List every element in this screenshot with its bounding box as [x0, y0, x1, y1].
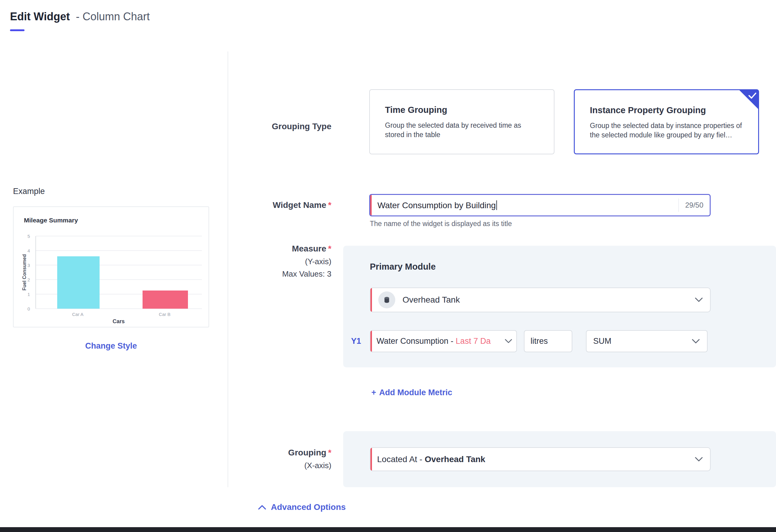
chevron-down-icon	[691, 339, 700, 344]
grouping-option-time[interactable]: Time Grouping Group the selected data by…	[369, 89, 555, 154]
required-asterisk: *	[328, 244, 332, 253]
instance-grouping-title: Instance Property Grouping	[590, 105, 706, 115]
required-asterisk: *	[328, 200, 332, 210]
metric-select[interactable]: Water Consumption - Last 7 Da	[370, 330, 517, 352]
widget-name-value: Water Consumption by Building	[377, 200, 678, 210]
text-cursor	[496, 200, 497, 210]
chart-bar-Car A	[57, 256, 100, 309]
primary-module-select[interactable]: Overhead Tank	[370, 288, 711, 312]
bottom-window-edge	[0, 527, 776, 532]
example-chart-yticks: 012345	[14, 236, 32, 309]
example-label: Example	[13, 187, 45, 196]
grouping-panel: Located At - Overhead Tank	[343, 431, 776, 487]
module-icon-circle	[378, 292, 395, 308]
instance-grouping-description: Group the selected data by instance prop…	[590, 121, 747, 140]
aggregation-select[interactable]: SUM	[586, 330, 708, 352]
chevron-up-icon	[258, 505, 266, 510]
tank-icon	[383, 296, 391, 304]
change-style-link[interactable]: Change Style	[13, 341, 209, 351]
y-tick-label: 1	[27, 292, 30, 297]
series-y1-label: Y1	[351, 330, 361, 352]
chevron-down-icon	[694, 298, 703, 302]
metric-date-range: Last 7 Da	[456, 337, 491, 346]
advanced-options-toggle[interactable]: Advanced Options	[258, 502, 346, 512]
check-icon	[748, 92, 757, 99]
add-module-metric-label: Add Module Metric	[379, 388, 452, 397]
example-chart-xticks: Car ACar B	[35, 312, 202, 318]
chevron-down-icon	[504, 339, 512, 343]
example-chart-card: Mileage Summary Fuel Consumed 012345 Car…	[13, 206, 209, 327]
widget-name-helper: The name of the widget is displayed as i…	[370, 220, 512, 228]
required-accent-bar	[370, 448, 372, 471]
unit-input[interactable]: litres	[524, 330, 572, 352]
gridline	[36, 236, 202, 236]
example-chart-plot	[35, 236, 202, 309]
grouping-option-instance-property[interactable]: Instance Property Grouping Group the sel…	[574, 89, 759, 154]
grouping-field-select[interactable]: Located At - Overhead Tank	[370, 447, 711, 471]
page-title-primary: Edit Widget	[10, 10, 70, 23]
x-tick-label: Car B	[159, 312, 170, 317]
y-tick-label: 5	[27, 234, 30, 238]
measure-max-values-note: Max Values: 3	[194, 269, 332, 279]
gridline	[36, 250, 202, 251]
grouping-axis-note: (X-axis)	[194, 461, 332, 470]
plus-icon: +	[371, 388, 376, 397]
grouping-field-value: Located At - Overhead Tank	[377, 455, 485, 464]
aggregation-value: SUM	[593, 337, 611, 346]
required-accent-bar	[370, 195, 372, 215]
page-title-secondary: - Column Chart	[76, 10, 150, 23]
x-tick-label: Car A	[72, 312, 83, 317]
required-accent-bar	[370, 331, 372, 352]
chart-title: Mileage Summary	[24, 217, 78, 224]
y-tick-label: 0	[27, 307, 30, 311]
page-title: Edit Widget - Column Chart	[10, 10, 150, 23]
y-tick-label: 3	[27, 263, 30, 268]
primary-module-heading: Primary Module	[370, 262, 436, 272]
grouping-field-module: Overhead Tank	[425, 455, 485, 464]
chevron-down-icon	[694, 457, 703, 462]
widget-name-label: Widget Name*	[194, 200, 332, 210]
primary-module-value: Overhead Tank	[403, 295, 460, 305]
y-tick-label: 4	[27, 248, 30, 253]
required-asterisk: *	[328, 448, 332, 457]
grouping-type-label: Grouping Type	[194, 122, 332, 131]
chart-x-axis-label: Cars	[35, 318, 202, 325]
measure-axis-note: (Y-axis)	[194, 257, 332, 266]
chart-bar-Car B	[143, 291, 188, 309]
unit-value: litres	[531, 337, 548, 346]
edit-widget-screen: Edit Widget - Column Chart Example Milea…	[0, 0, 776, 532]
title-underline-accent	[10, 29, 24, 31]
grouping-label: Grouping*	[194, 448, 332, 458]
y-tick-label: 2	[27, 278, 30, 282]
time-grouping-description: Group the selected data by received time…	[385, 121, 542, 140]
metric-select-value: Water Consumption - Last 7 Da	[377, 337, 504, 346]
measure-panel: Primary Module Overhead Tank Y1 Water Co…	[343, 246, 776, 367]
char-counter: 29/50	[678, 198, 710, 212]
required-accent-bar	[370, 288, 372, 312]
add-module-metric-link[interactable]: + Add Module Metric	[371, 388, 452, 397]
time-grouping-title: Time Grouping	[385, 105, 447, 115]
widget-name-input[interactable]: Water Consumption by Building 29/50	[369, 194, 711, 216]
advanced-options-label: Advanced Options	[271, 502, 346, 512]
measure-label: Measure*	[194, 244, 332, 253]
